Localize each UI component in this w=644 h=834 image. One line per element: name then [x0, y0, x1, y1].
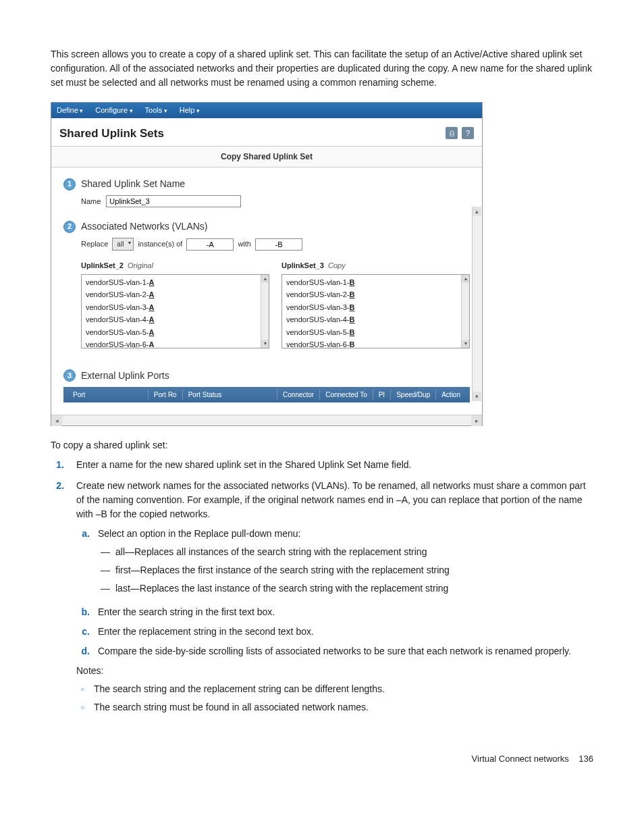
copy-networks-list[interactable]: vendorSUS-vlan-1-B vendorSUS-vlan-2-B ve… [281, 274, 470, 348]
scroll-up-icon[interactable]: ▴ [473, 207, 481, 216]
menu-help[interactable]: Help [180, 105, 200, 116]
option-last: last—Replaces the last instance of the s… [98, 581, 593, 596]
substep-text: Enter the search string in the first tex… [98, 605, 593, 619]
scroll-right-icon[interactable]: ▸ [471, 415, 482, 426]
list-item: vendorSUS-vlan-6-B [284, 338, 468, 348]
original-networks-list[interactable]: vendorSUS-vlan-1-A vendorSUS-vlan-2-A ve… [81, 274, 269, 348]
col-connector: Connector [277, 390, 320, 400]
replace-mode-select[interactable]: all [112, 238, 134, 251]
step1-header: 1 Shared Uplink Set Name [63, 177, 470, 191]
scroll-down-icon[interactable]: ▾ [473, 392, 481, 401]
step3-heading: External Uplink Ports [81, 369, 169, 383]
sus-name-input[interactable] [106, 195, 241, 207]
note-item: The search string must be found in all a… [76, 700, 593, 714]
tab-copy-sus[interactable]: Copy Shared Uplink Set [51, 146, 482, 167]
substep-marker: b. [76, 605, 90, 619]
menu-configure[interactable]: Configure [95, 105, 132, 116]
list-item: vendorSUS-vlan-1-A [83, 276, 267, 289]
list-scrollbar[interactable]: ▴▾ [461, 275, 469, 348]
col-port-status: Port Status [183, 390, 277, 400]
original-list-header: UplinkSet_2Original [81, 260, 269, 271]
col-action: Action [436, 390, 466, 400]
substep-marker: d. [76, 644, 90, 658]
intro-paragraph: This screen allows you to create a copy … [51, 47, 593, 90]
horizontal-scrollbar[interactable]: ◂ ▸ [51, 415, 482, 425]
instructions-lead: To copy a shared uplink set: [51, 438, 593, 452]
with-label: with [238, 238, 251, 250]
numbered-steps: 1. Enter a name for the new shared uplin… [51, 458, 593, 719]
col-speed-dup: Speed/Dup [391, 390, 436, 400]
list-item: vendorSUS-vlan-4-A [83, 313, 267, 326]
copy-list-header: UplinkSet_3Copy [281, 260, 470, 271]
step2-header: 2 Associated Networks (VLANs) [63, 219, 470, 234]
step1-badge: 1 [63, 178, 76, 190]
ports-table-header: Port Port Ro Port Status Connector Conne… [63, 387, 470, 402]
instances-label: instance(s) of [138, 238, 182, 250]
substep-text: Select an option in the Replace pull-dow… [98, 528, 300, 539]
list-item: vendorSUS-vlan-3-B [284, 301, 468, 314]
menu-tools[interactable]: Tools [145, 105, 167, 116]
step-marker: 2. [51, 479, 64, 719]
col-pi: PI [373, 390, 391, 400]
step-text: Enter a name for the new shared uplink s… [76, 458, 593, 472]
name-label: Name [81, 196, 101, 207]
step3-badge: 3 [63, 369, 76, 382]
col-port: Port [68, 390, 149, 400]
notes-label: Notes: [76, 664, 593, 678]
screenshot-figure: Define Configure Tools Help Shared Uplin… [51, 102, 483, 426]
list-item: vendorSUS-vlan-4-B [284, 313, 468, 326]
option-first: first—Replaces the first instance of the… [98, 563, 593, 577]
col-port-ro: Port Ro [149, 390, 183, 400]
list-item: vendorSUS-vlan-2-B [284, 288, 468, 301]
list-item: vendorSUS-vlan-3-A [83, 301, 267, 314]
note-item: The search string and the replacement st… [76, 682, 593, 696]
vertical-scrollbar[interactable]: ▴ ▾ [472, 207, 481, 401]
substep-marker: a. [76, 527, 90, 600]
step2-heading: Associated Networks (VLANs) [81, 219, 208, 234]
option-all: all—Replaces all instances of the search… [98, 545, 593, 559]
replace-string-input[interactable] [255, 238, 302, 251]
list-item: vendorSUS-vlan-1-B [284, 276, 468, 289]
col-connected-to: Connected To [320, 390, 373, 400]
step1-heading: Shared Uplink Set Name [81, 177, 185, 191]
list-item: vendorSUS-vlan-5-B [284, 326, 468, 339]
help-icon[interactable]: ? [462, 127, 474, 139]
substep-text: Compare the side-by-side scrolling lists… [98, 644, 593, 658]
footer-page: 136 [579, 754, 593, 764]
replace-label: Replace [81, 238, 108, 250]
list-item: vendorSUS-vlan-5-A [83, 326, 267, 339]
footer-section: Virtual Connect networks [472, 754, 569, 764]
step-marker: 1. [51, 458, 64, 472]
list-scrollbar[interactable]: ▴▾ [261, 275, 269, 348]
page-title: Shared Uplink Sets [59, 125, 164, 142]
substep-text: Enter the replacement string in the seco… [98, 625, 593, 639]
search-string-input[interactable] [186, 238, 234, 251]
step2-badge: 2 [63, 221, 76, 233]
scroll-left-icon[interactable]: ◂ [51, 415, 62, 426]
print-icon[interactable]: ⎙ [446, 127, 458, 139]
substep-marker: c. [76, 625, 90, 639]
step3-header: 3 External Uplink Ports [63, 369, 470, 383]
list-item: vendorSUS-vlan-2-A [83, 288, 267, 301]
step-text: Create new network names for the associa… [76, 480, 586, 519]
menubar: Define Configure Tools Help [51, 103, 482, 118]
menu-define[interactable]: Define [57, 105, 83, 116]
list-item: vendorSUS-vlan-6-A [83, 338, 267, 348]
page-footer: Virtual Connect networks 136 [51, 752, 593, 766]
